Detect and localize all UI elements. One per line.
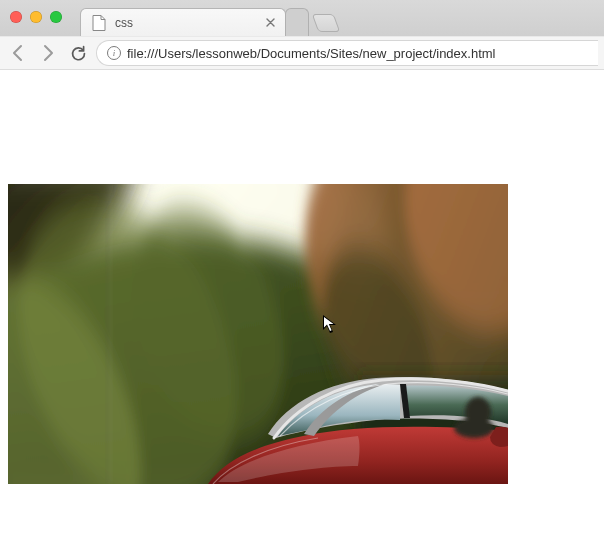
file-icon xyxy=(91,15,107,31)
traffic-lights xyxy=(10,11,62,23)
reload-button[interactable] xyxy=(66,41,90,65)
tab-close-button[interactable] xyxy=(263,16,277,30)
svg-point-13 xyxy=(454,418,494,438)
window-close-button[interactable] xyxy=(10,11,22,23)
forward-button[interactable] xyxy=(36,41,60,65)
tab-strip: css xyxy=(0,0,604,36)
tab-title: css xyxy=(115,16,133,30)
window-maximize-button[interactable] xyxy=(50,11,62,23)
url-text: file:///Users/lessonweb/Documents/Sites/… xyxy=(127,46,496,61)
back-button[interactable] xyxy=(6,41,30,65)
site-info-icon[interactable]: i xyxy=(107,46,121,60)
new-tab-button[interactable] xyxy=(312,14,341,32)
tab-inactive[interactable] xyxy=(285,8,309,36)
window-minimize-button[interactable] xyxy=(30,11,42,23)
page-image xyxy=(8,184,508,484)
toolbar: i file:///Users/lessonweb/Documents/Site… xyxy=(0,36,604,70)
svg-rect-10 xyxy=(106,184,112,484)
address-bar[interactable]: i file:///Users/lessonweb/Documents/Site… xyxy=(96,40,598,66)
tab-active[interactable]: css xyxy=(80,8,286,36)
tabs: css xyxy=(80,0,337,36)
page-viewport[interactable] xyxy=(0,70,604,539)
